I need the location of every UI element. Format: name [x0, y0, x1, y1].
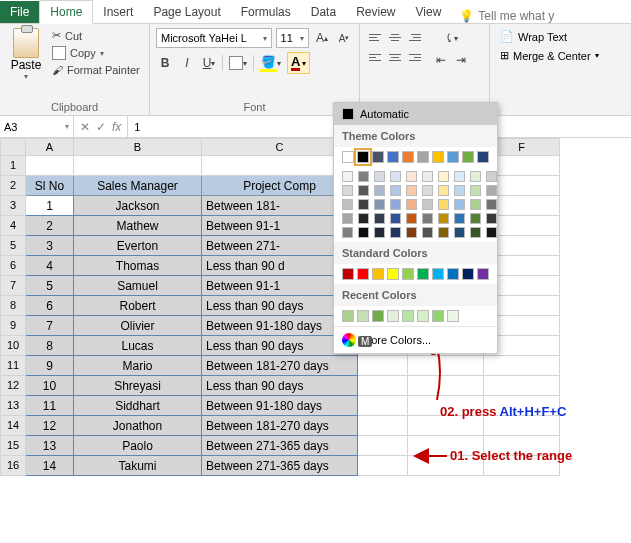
cell[interactable]: Mario [74, 356, 202, 376]
color-swatch[interactable] [342, 171, 353, 182]
color-swatch[interactable] [342, 310, 354, 322]
col-header-b[interactable]: B [74, 138, 202, 156]
color-swatch[interactable] [462, 268, 474, 280]
cell[interactable]: 4 [26, 256, 74, 276]
cell[interactable] [74, 156, 202, 176]
color-swatch[interactable] [454, 227, 465, 238]
format-painter-button[interactable]: 🖌Format Painter [50, 63, 142, 77]
color-swatch[interactable] [438, 213, 449, 224]
color-swatch[interactable] [470, 227, 481, 238]
color-swatch[interactable] [486, 213, 497, 224]
tab-page-layout[interactable]: Page Layout [143, 1, 230, 23]
cell[interactable]: Olivier [74, 316, 202, 336]
tab-insert[interactable]: Insert [93, 1, 143, 23]
increase-indent-button[interactable]: ⇥ [452, 50, 470, 70]
cell[interactable]: 12 [26, 416, 74, 436]
color-swatch[interactable] [432, 151, 444, 163]
select-all-corner[interactable] [0, 138, 26, 156]
color-swatch[interactable] [374, 199, 385, 210]
color-swatch[interactable] [357, 268, 369, 280]
row-header[interactable]: 2 [0, 176, 26, 196]
cell[interactable] [408, 416, 484, 436]
cut-button[interactable]: ✂Cut [50, 28, 142, 43]
color-swatch[interactable] [470, 185, 481, 196]
color-swatch[interactable] [374, 227, 385, 238]
color-swatch[interactable] [390, 171, 401, 182]
borders-button[interactable]: ▾ [227, 53, 249, 73]
cell[interactable]: Between 271-365 days [202, 456, 358, 476]
row-header[interactable]: 13 [0, 396, 26, 416]
row-header[interactable]: 8 [0, 296, 26, 316]
color-swatch[interactable] [422, 171, 433, 182]
cell[interactable]: Between 271-365 days [202, 436, 358, 456]
row-header[interactable]: 6 [0, 256, 26, 276]
align-bottom-button[interactable] [406, 28, 424, 46]
color-swatch[interactable] [342, 185, 353, 196]
color-swatch[interactable] [406, 199, 417, 210]
color-swatch[interactable] [342, 213, 353, 224]
color-swatch[interactable] [387, 310, 399, 322]
cell[interactable]: 6 [26, 296, 74, 316]
row-header[interactable]: 14 [0, 416, 26, 436]
row-header[interactable]: 10 [0, 336, 26, 356]
color-swatch[interactable] [417, 268, 429, 280]
cell[interactable] [26, 156, 74, 176]
bold-button[interactable]: B [156, 53, 174, 73]
row-header[interactable]: 5 [0, 236, 26, 256]
align-left-button[interactable] [366, 48, 384, 66]
cell[interactable]: Between 91-180 days [202, 396, 358, 416]
color-swatch[interactable] [358, 171, 369, 182]
decrease-font-button[interactable]: A▾ [335, 28, 353, 48]
color-swatch[interactable] [486, 185, 497, 196]
color-swatch[interactable] [372, 151, 384, 163]
orientation-button[interactable]: ⤹▾ [432, 28, 470, 48]
color-swatch[interactable] [422, 199, 433, 210]
cancel-formula-icon[interactable]: ✕ [80, 120, 90, 134]
color-swatch[interactable] [342, 151, 354, 163]
cell[interactable] [358, 456, 408, 476]
color-swatch[interactable] [390, 227, 401, 238]
color-swatch[interactable] [402, 268, 414, 280]
color-swatch[interactable] [432, 268, 444, 280]
tab-file[interactable]: File [0, 1, 39, 23]
row-header[interactable]: 11 [0, 356, 26, 376]
color-swatch[interactable] [486, 227, 497, 238]
cell[interactable]: Between 181-270 days [202, 416, 358, 436]
color-swatch[interactable] [454, 199, 465, 210]
cell[interactable] [484, 376, 560, 396]
color-swatch[interactable] [390, 185, 401, 196]
font-name-combo[interactable]: Microsoft YaHei L▾ [156, 28, 272, 48]
color-swatch[interactable] [342, 227, 353, 238]
cell[interactable]: 14 [26, 456, 74, 476]
align-middle-button[interactable] [386, 28, 404, 46]
color-swatch[interactable] [342, 199, 353, 210]
font-color-button[interactable]: A▾ [287, 52, 310, 74]
color-swatch[interactable] [406, 227, 417, 238]
align-center-button[interactable] [386, 48, 404, 66]
tab-review[interactable]: Review [346, 1, 405, 23]
cell[interactable]: 9 [26, 356, 74, 376]
fill-color-button[interactable]: 🪣▾ [258, 53, 283, 73]
color-swatch[interactable] [470, 199, 481, 210]
color-swatch[interactable] [486, 199, 497, 210]
cell[interactable] [358, 356, 408, 376]
cell[interactable]: Takumi [74, 456, 202, 476]
color-swatch[interactable] [447, 310, 459, 322]
color-swatch[interactable] [470, 171, 481, 182]
tab-view[interactable]: View [406, 1, 452, 23]
cell[interactable]: Jonathon [74, 416, 202, 436]
color-swatch[interactable] [432, 310, 444, 322]
underline-button[interactable]: U▾ [200, 53, 218, 73]
tab-data[interactable]: Data [301, 1, 346, 23]
color-swatch[interactable] [374, 213, 385, 224]
color-swatch[interactable] [422, 213, 433, 224]
cell[interactable] [358, 376, 408, 396]
color-swatch[interactable] [417, 310, 429, 322]
color-swatch[interactable] [390, 199, 401, 210]
cell[interactable]: 8 [26, 336, 74, 356]
cell[interactable]: Less than 90 days [202, 376, 358, 396]
cell[interactable]: Shreyasi [74, 376, 202, 396]
row-header[interactable]: 7 [0, 276, 26, 296]
cell[interactable] [358, 436, 408, 456]
color-swatch[interactable] [358, 213, 369, 224]
